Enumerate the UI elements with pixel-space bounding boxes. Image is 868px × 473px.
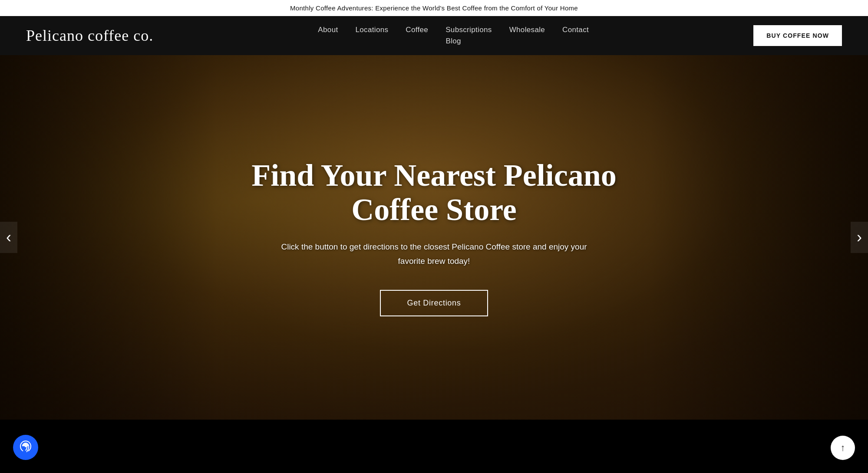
hero-next-arrow[interactable]: › <box>851 222 868 253</box>
banner-text: Monthly Coffee Adventures: Experience th… <box>290 4 578 12</box>
nav-blog[interactable]: Blog <box>446 37 461 45</box>
nav-row-main: About Locations Coffee Subscriptions Who… <box>318 26 589 34</box>
nav-wholesale[interactable]: Wholesale <box>509 26 545 34</box>
nav-about[interactable]: About <box>318 26 338 34</box>
buy-coffee-button[interactable]: BUY COFFEE NOW <box>753 25 842 46</box>
nav-coffee[interactable]: Coffee <box>406 26 428 34</box>
get-directions-button[interactable]: Get Directions <box>380 290 488 316</box>
nav-subscriptions[interactable]: Subscriptions <box>446 26 492 34</box>
top-banner: Monthly Coffee Adventures: Experience th… <box>0 0 868 16</box>
hero-section: ‹ Find Your Nearest Pelicano Coffee Stor… <box>0 55 868 420</box>
hero-content: Find Your Nearest Pelicano Coffee Store … <box>217 158 651 316</box>
nav-locations[interactable]: Locations <box>356 26 389 34</box>
hero-title: Find Your Nearest Pelicano Coffee Store <box>243 158 625 227</box>
site-header: Pelicano coffee co. About Locations Coff… <box>0 16 868 55</box>
hero-subtitle: Click the button to get directions to th… <box>271 240 597 268</box>
nav-row-secondary: Blog <box>446 37 461 46</box>
nav-contact[interactable]: Contact <box>562 26 589 34</box>
hero-prev-arrow[interactable]: ‹ <box>0 222 17 253</box>
main-nav: About Locations Coffee Subscriptions Who… <box>171 26 736 46</box>
site-logo[interactable]: Pelicano coffee co. <box>26 26 153 45</box>
